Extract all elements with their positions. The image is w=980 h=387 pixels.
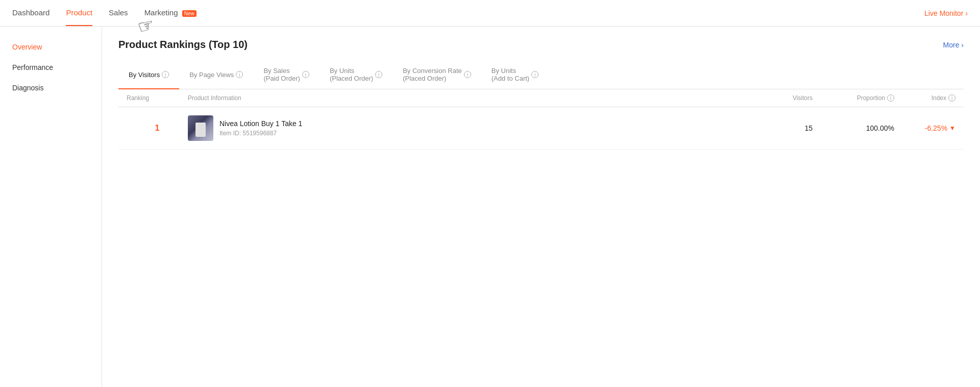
more-link[interactable]: More › [943, 41, 964, 49]
proportion-value: 100.00% [813, 124, 894, 132]
rank-cell: 1 [127, 124, 188, 133]
by-visitors-info-icon[interactable]: i [162, 71, 169, 78]
tab-by-sales-paid[interactable]: By Sales(Paid Order) i [253, 61, 320, 89]
tabs: By Visitors i By Page Views i By Sales(P… [118, 61, 964, 89]
tab-by-conversion-rate[interactable]: By Conversion Rate(Placed Order) i [393, 61, 481, 89]
table-header: Ranking Product Information Visitors Pro… [118, 89, 964, 107]
by-page-views-info-icon[interactable]: i [236, 71, 243, 78]
header-ranking: Ranking [127, 94, 188, 102]
proportion-info-icon[interactable]: i [887, 94, 894, 102]
nav-product[interactable]: Product [66, 0, 92, 26]
header-index: Index i [894, 94, 955, 102]
nav-items: Dashboard Product Sales Marketing New [12, 0, 924, 26]
nav-marketing[interactable]: Marketing New [144, 0, 197, 26]
section-header: Product Rankings (Top 10) More › [118, 39, 964, 51]
header-proportion: Proportion i [813, 94, 894, 102]
product-name: Nivea Lotion Buy 1 Take 1 [219, 119, 302, 128]
top-nav: Dashboard Product Sales Marketing New Li… [0, 0, 980, 27]
visitors-value: 15 [751, 124, 813, 132]
tab-by-units-placed[interactable]: By Units(Placed Order) i [320, 61, 393, 89]
sidebar: Overview Performance Diagnosis [0, 27, 102, 387]
section-title: Product Rankings (Top 10) [118, 39, 248, 51]
header-product-info: Product Information [188, 94, 751, 102]
layout: Overview Performance Diagnosis Product R… [0, 27, 980, 387]
sidebar-item-diagnosis[interactable]: Diagnosis [0, 78, 102, 98]
sidebar-item-performance[interactable]: Performance [0, 57, 102, 78]
product-cell: Nivea Lotion Buy 1 Take 1 Item ID: 55195… [188, 115, 751, 141]
marketing-badge: New [182, 10, 197, 17]
product-info: Nivea Lotion Buy 1 Take 1 Item ID: 55195… [219, 119, 302, 137]
table-row: 1 Nivea Lotion Buy 1 Take 1 Item ID: 551… [118, 107, 964, 150]
down-arrow-icon: ▼ [949, 125, 955, 132]
by-units-placed-info-icon[interactable]: i [375, 71, 382, 78]
product-id: Item ID: 5519596887 [219, 130, 302, 137]
live-monitor-link[interactable]: Live Monitor › [924, 9, 968, 17]
index-value: -6.25% ▼ [894, 124, 955, 132]
by-units-cart-info-icon[interactable]: i [531, 71, 538, 78]
sidebar-item-overview[interactable]: Overview [0, 37, 102, 57]
index-info-icon[interactable]: i [948, 94, 955, 102]
product-rankings-table: Ranking Product Information Visitors Pro… [118, 89, 964, 150]
nav-sales[interactable]: Sales [109, 0, 128, 26]
by-sales-paid-info-icon[interactable]: i [302, 71, 309, 78]
main-content: Product Rankings (Top 10) More › By Visi… [102, 27, 980, 387]
by-conversion-rate-info-icon[interactable]: i [464, 71, 471, 78]
tab-by-page-views[interactable]: By Page Views i [179, 61, 253, 89]
tab-by-visitors[interactable]: By Visitors i [118, 61, 179, 89]
tab-by-units-cart[interactable]: By Units(Add to Cart) i [481, 61, 549, 89]
nav-dashboard[interactable]: Dashboard [12, 0, 50, 26]
header-visitors: Visitors [751, 94, 813, 102]
product-image [188, 115, 213, 141]
